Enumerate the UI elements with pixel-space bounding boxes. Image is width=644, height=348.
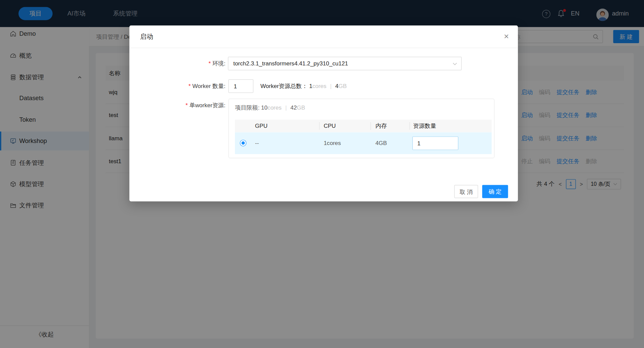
column-cpu: CPU [324,120,336,133]
column-divider [319,122,319,130]
project-quota: 项目限额: 10cores | 42GB [235,103,305,112]
confirm-button[interactable]: 确 定 [482,185,508,198]
start-modal: 启动 ✕ *环境: torch2.3.1_transformers4.41.2_… [129,26,518,202]
modal-header: 启动 ✕ [129,26,518,48]
app-root: 项目 AI市场 系统管理 ? EN admin [0,0,644,348]
required-mark: * [188,83,191,89]
resource-quantity-input[interactable] [412,137,459,150]
column-divider [370,122,371,130]
cell-memory: 4GB [375,132,387,154]
worker-resource-label: *单worker资源: [143,99,225,112]
column-divider [409,122,410,130]
resource-panel: 项目限额: 10cores | 42GB GPU CPU 内存 资源数量 -- … [228,99,495,158]
environment-value: torch2.3.1_transformers4.41.2_py310_cu12… [233,57,348,70]
cell-gpu: -- [255,132,259,154]
worker-total-resources: Worker资源总数： 1cores | 4GB [260,79,347,93]
required-mark: * [185,102,188,109]
cancel-button[interactable]: 取 消 [454,185,478,198]
resource-radio-selected[interactable] [240,140,247,146]
column-gpu: GPU [255,120,268,133]
resource-table-row-selected: -- 1cores 4GB [235,132,492,154]
column-quantity: 资源数量 [413,120,436,133]
env-label: *环境: [143,57,225,70]
close-icon[interactable]: ✕ [501,31,512,42]
column-memory: 内存 [375,120,387,133]
resource-table-header: GPU CPU 内存 资源数量 [235,120,492,133]
environment-select[interactable]: torch2.3.1_transformers4.41.2_py310_cu12… [228,57,461,70]
cell-cpu: 1cores [324,132,341,154]
modal-title: 启动 [140,26,153,48]
worker-count-input[interactable] [228,79,253,93]
required-mark: * [209,60,211,67]
worker-count-label: *Worker 数量: [143,79,225,93]
chevron-down-icon [453,62,457,65]
